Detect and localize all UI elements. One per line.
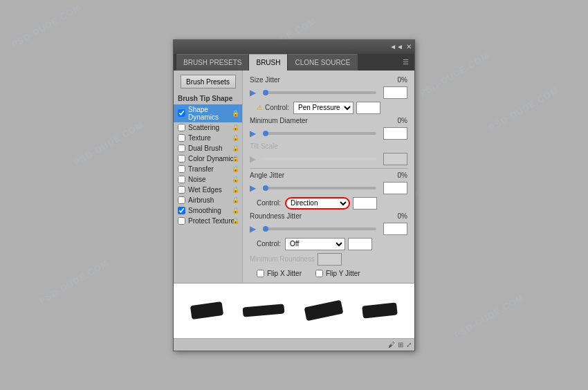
texture-checkbox[interactable] [178, 134, 185, 142]
sidebar-item-color-dynamics[interactable]: Color Dynamics 🔒 [174, 154, 242, 164]
angle-jitter-slider[interactable] [263, 187, 376, 189]
sidebar-item-noise[interactable]: Noise 🔒 [174, 174, 242, 185]
tab-brush[interactable]: BRUSH [249, 54, 287, 71]
preview-expand-icon[interactable]: ⤢ [406, 341, 412, 349]
flip-x-label: Flip X Jitter [267, 270, 302, 277]
flip-y-checkbox[interactable] [315, 270, 323, 277]
flip-x-checkbox[interactable] [257, 270, 264, 277]
divider-1 [250, 168, 407, 169]
warning-icon: ⚠ [257, 104, 263, 111]
collapse-icon[interactable]: ◄◄ [389, 43, 403, 50]
tilt-scale-slider [263, 158, 376, 160]
brush-tip-shape-label: Brush Tip Shape [174, 93, 242, 104]
roundness-jitter-control-label: Control: [257, 240, 281, 248]
roundness-jitter-control-input[interactable] [348, 238, 372, 250]
min-roundness-input [318, 253, 342, 266]
angle-jitter-input[interactable] [383, 182, 407, 194]
lock-icon-wet-edges: 🔒 [232, 186, 239, 193]
noise-checkbox[interactable] [178, 176, 185, 183]
flip-y-item: Flip Y Jitter [315, 270, 360, 277]
size-jitter-slider-row: ▶ [250, 86, 407, 99]
preview-grid-icon[interactable]: ⊞ [398, 341, 403, 349]
sidebar-item-smoothing[interactable]: Smoothing 🔒 [174, 205, 242, 216]
transfer-checkbox[interactable] [178, 165, 185, 173]
min-diameter-slider-row: ▶ [250, 127, 407, 140]
size-jitter-control-input[interactable] [356, 102, 380, 114]
protect-texture-checkbox[interactable] [178, 217, 185, 225]
color-dynamics-checkbox[interactable] [178, 155, 185, 162]
sidebar-item-airbrush[interactable]: Airbrush 🔒 [174, 195, 242, 205]
wet-edges-checkbox[interactable] [178, 186, 185, 194]
size-jitter-value: 0% [383, 76, 407, 84]
min-diameter-input[interactable] [383, 127, 407, 140]
brush-stroke-3 [304, 300, 343, 322]
panel-titlebar: ◄◄ ✕ [174, 40, 414, 54]
sidebar-item-wet-edges[interactable]: Wet Edges 🔒 [174, 185, 242, 195]
sidebar-item-shape-dynamics[interactable]: Shape Dynamics 🔒 [174, 104, 242, 122]
lock-icon-shape-dynamics: 🔒 [232, 110, 239, 117]
brush-presets-button[interactable]: Brush Presets [181, 75, 236, 89]
sidebar-item-dual-brush[interactable]: Dual Brush 🔒 [174, 143, 242, 154]
tilt-scale-row: Tilt Scale [250, 142, 407, 150]
size-jitter-control-select[interactable]: Off Fade Pen Pressure Pen Tilt Stylus Wh… [293, 102, 353, 114]
angle-jitter-arrow: ▶ [250, 183, 256, 193]
preview-brush-icon[interactable]: 🖌 [388, 341, 395, 349]
roundness-jitter-label: Roundness Jitter [250, 212, 312, 220]
sidebar: Brush Presets Brush Tip Shape Shape Dyna… [174, 71, 243, 283]
roundness-jitter-control-select[interactable]: Off Fade Pen Pressure Pen Tilt Stylus Wh… [285, 238, 345, 250]
angle-jitter-slider-row: ▶ [250, 182, 407, 194]
min-diameter-slider[interactable] [263, 132, 376, 135]
watermark: PSD-DUDE.COM [487, 85, 560, 133]
flip-y-label: Flip Y Jitter [326, 270, 360, 277]
watermark: PSD-DUDE.COM [418, 50, 491, 99]
roundness-jitter-control-row: Control: Off Fade Pen Pressure Pen Tilt … [250, 238, 407, 250]
min-roundness-row: Minimum Roundness [250, 253, 407, 266]
watermark: PSD-DUDE.COM [452, 292, 526, 341]
airbrush-checkbox[interactable] [178, 196, 185, 204]
lock-icon-smoothing: 🔒 [232, 207, 239, 214]
sidebar-item-protect-texture[interactable]: Protect Texture 🔒 [174, 216, 242, 226]
roundness-jitter-slider-row: ▶ [250, 223, 407, 235]
watermark: PSD-DUDE.COM [10, 2, 83, 50]
sidebar-item-texture[interactable]: Texture 🔒 [174, 133, 242, 143]
tilt-scale-input [383, 153, 407, 165]
panel-tabs: BRUSH PRESETS BRUSH CLONE SOURCE ☰ [174, 54, 414, 71]
size-jitter-label: Size Jitter [250, 76, 312, 84]
watermark: PSD-DUDE.COM [37, 258, 111, 306]
tab-brush-presets[interactable]: BRUSH PRESETS [176, 54, 248, 71]
roundness-jitter-input[interactable] [383, 223, 407, 235]
brush-preview-area [174, 283, 414, 338]
angle-jitter-control-select[interactable]: Off Fade Initial Direction Direction Pen… [285, 197, 350, 210]
lock-icon-dual-brush: 🔒 [232, 145, 239, 151]
smoothing-checkbox[interactable] [178, 207, 185, 214]
sidebar-item-scattering[interactable]: Scattering 🔒 [174, 122, 242, 133]
min-diameter-label: Minimum Diameter [250, 117, 312, 124]
size-jitter-input[interactable] [383, 86, 407, 99]
scattering-checkbox[interactable] [178, 124, 185, 131]
sidebar-item-transfer[interactable]: Transfer 🔒 [174, 164, 242, 174]
size-jitter-control-label: Control: [265, 104, 289, 111]
lock-icon-noise: 🔒 [232, 176, 239, 183]
tilt-scale-label: Tilt Scale [250, 142, 312, 150]
roundness-jitter-value: 0% [383, 212, 407, 220]
tab-menu-icon[interactable]: ☰ [400, 54, 412, 71]
brush-stroke-1 [190, 301, 223, 319]
roundness-jitter-slider[interactable] [263, 228, 376, 230]
min-diameter-row: Minimum Diameter 0% [250, 117, 407, 124]
close-icon[interactable]: ✕ [406, 43, 412, 50]
min-diameter-value: 0% [383, 117, 407, 124]
brush-stroke-2 [243, 304, 285, 317]
size-jitter-row: Size Jitter 0% [250, 76, 407, 84]
size-jitter-slider[interactable] [263, 91, 376, 94]
lock-icon-transfer: 🔒 [232, 165, 239, 172]
angle-jitter-value: 0% [383, 171, 407, 179]
preview-toolbar: 🖌 ⊞ ⤢ [174, 338, 414, 351]
shape-dynamics-checkbox[interactable] [178, 109, 185, 117]
brush-stroke-4 [362, 302, 398, 318]
tab-clone-source[interactable]: CLONE SOURCE [288, 54, 357, 71]
angle-jitter-control-input[interactable] [353, 197, 377, 210]
size-jitter-arrow: ▶ [250, 88, 256, 98]
lock-icon-protect-texture: 🔒 [232, 217, 239, 224]
brush-panel: ◄◄ ✕ BRUSH PRESETS BRUSH CLONE SOURCE ☰ … [173, 39, 415, 351]
dual-brush-checkbox[interactable] [178, 145, 185, 152]
